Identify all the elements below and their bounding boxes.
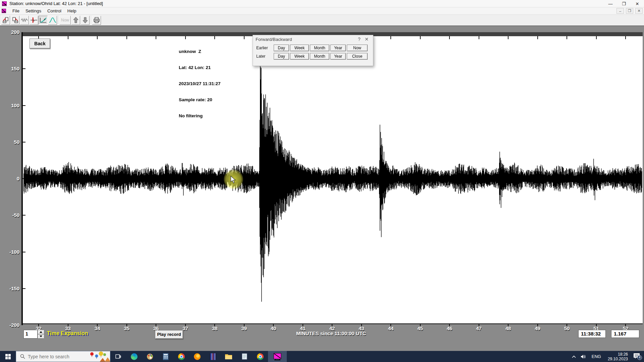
dialog-close-icon[interactable]: ✕: [363, 37, 370, 42]
y-tick-label: -100: [3, 249, 19, 255]
search-highlight-image[interactable]: [86, 351, 110, 362]
x-tick-label: 38: [212, 325, 218, 331]
chevron-up-icon: [572, 355, 576, 358]
x-tick-label: 50: [564, 325, 570, 331]
stepper-up-button[interactable]: [38, 330, 44, 334]
earlier-month-button[interactable]: Month: [310, 45, 329, 51]
phase-pick-tool-button[interactable]: [29, 16, 38, 25]
calculator-icon: [163, 353, 169, 360]
earlier-week-button[interactable]: Week: [290, 45, 309, 51]
bell-curve-icon: [49, 17, 56, 23]
x-tick-label: 44: [388, 325, 394, 331]
open-previous-file-button[interactable]: [1, 16, 10, 25]
taskbar-clock[interactable]: 18:26 29.10.2023: [604, 352, 631, 361]
close-button[interactable]: ✕: [631, 0, 644, 7]
later-year-button[interactable]: Year: [330, 53, 346, 60]
x-tick-label: 39: [241, 325, 247, 331]
y-tick-label: 0: [3, 176, 19, 181]
printer-icon: [93, 17, 100, 23]
x-tick-label: 45: [417, 325, 423, 331]
speed-value-box: 1.167: [611, 330, 639, 338]
mdi-child-icon: [2, 9, 6, 13]
mouse-cursor-icon: [230, 176, 237, 184]
x-tick-label: 49: [535, 325, 540, 331]
info-lat-lon: Lat: 42 Lon: 21: [179, 65, 221, 70]
mdi-restore-button[interactable]: ❐: [626, 8, 633, 14]
taskbar-helicorder-button[interactable]: [205, 351, 221, 362]
amplitude-tick: [23, 142, 25, 142]
tray-chevron-button[interactable]: [570, 355, 578, 358]
svg-text:P: P: [44, 18, 46, 21]
menu-bar: File Settings Control Help: [0, 7, 644, 15]
earlier-year-button[interactable]: Year: [330, 45, 346, 51]
scroll-down-button[interactable]: [80, 16, 90, 25]
scroll-up-button[interactable]: [71, 16, 80, 25]
firefox-icon: [194, 353, 201, 360]
minute-tick: [214, 324, 215, 326]
action-center-button[interactable]: 4: [631, 353, 644, 360]
menu-settings[interactable]: Settings: [22, 7, 44, 14]
taskbar-firefox-button[interactable]: [189, 351, 205, 362]
volume-button[interactable]: [578, 354, 588, 359]
search-input[interactable]: [28, 354, 88, 359]
back-button[interactable]: Back: [30, 39, 50, 49]
taskbar-edge-button[interactable]: [126, 351, 142, 362]
menu-file[interactable]: File: [9, 7, 22, 14]
mdi-minimize-button[interactable]: –: [616, 8, 624, 14]
menu-help[interactable]: Help: [64, 7, 79, 14]
minute-tick: [126, 36, 127, 39]
mdi-close-button[interactable]: ✕: [635, 8, 643, 14]
start-button[interactable]: [0, 351, 16, 362]
taskbar-chrome-button[interactable]: [173, 351, 189, 362]
print-button[interactable]: [92, 16, 101, 25]
taskbar-explorer-button[interactable]: [221, 351, 236, 362]
later-day-button[interactable]: Day: [274, 53, 289, 60]
helicorder-icon: [210, 353, 216, 360]
taskbar-calculator-button[interactable]: [158, 351, 173, 362]
trace-info-block: unknow Z Lat: 42 Lon: 21 2023/10/27 11:3…: [179, 38, 221, 124]
later-week-button[interactable]: Week: [290, 53, 309, 60]
x-tick-label: 37: [182, 325, 188, 331]
up-arrow-icon: [73, 17, 79, 23]
task-view-button[interactable]: [110, 351, 126, 362]
taskbar-paint-button[interactable]: [142, 351, 158, 362]
time-expansion-value[interactable]: 1: [23, 330, 38, 339]
amplitude-tick: [23, 288, 25, 289]
open-next-file-button[interactable]: [10, 16, 19, 25]
earlier-day-button[interactable]: Day: [274, 45, 289, 51]
dialog-title-bar[interactable]: Forward/Backward ? ✕: [253, 35, 373, 43]
taskbar-chrome2-button[interactable]: [252, 351, 268, 362]
spectrum-tool-button[interactable]: [48, 16, 57, 25]
taskbar-time: 18:26: [608, 352, 628, 357]
now-button[interactable]: Now: [347, 45, 368, 51]
taskbar-seismo-app-button[interactable]: [268, 351, 287, 362]
maximize-button[interactable]: ❐: [617, 0, 631, 7]
y-tick-label: 50: [3, 139, 19, 145]
time-expansion-stepper: [38, 330, 44, 339]
seismogram-plot-area[interactable]: [23, 36, 643, 324]
y-tick-label: 100: [3, 103, 19, 108]
up-triangle-icon: [40, 331, 42, 333]
stepper-down-button[interactable]: [38, 334, 44, 339]
minute-tick: [596, 324, 597, 326]
minimize-button[interactable]: —: [604, 0, 617, 7]
waveform-tool-button[interactable]: [20, 16, 29, 25]
menu-control[interactable]: Control: [44, 7, 64, 14]
now-toolbar-button[interactable]: Now: [59, 16, 71, 25]
play-record-button[interactable]: Play record: [155, 330, 183, 339]
info-filtering: No filtering: [179, 113, 221, 119]
notepad-icon: [242, 353, 247, 360]
later-month-button[interactable]: Month: [310, 53, 329, 60]
taskbar-notepad-button[interactable]: [236, 351, 252, 362]
edge-icon: [131, 353, 138, 360]
taskbar-search[interactable]: [16, 351, 110, 362]
x-tick-label: 48: [505, 325, 511, 331]
language-indicator[interactable]: ENG: [588, 354, 604, 359]
taskbar: ENG 18:26 29.10.2023 4: [0, 351, 644, 362]
info-start-time: 2023/10/27 11:31:27: [179, 81, 221, 86]
response-curve-tool-button[interactable]: P: [39, 16, 48, 25]
dialog-close-button[interactable]: Close: [347, 53, 368, 60]
minute-tick: [185, 324, 186, 326]
task-view-icon: [115, 354, 121, 359]
dialog-help-button[interactable]: ?: [356, 37, 363, 42]
